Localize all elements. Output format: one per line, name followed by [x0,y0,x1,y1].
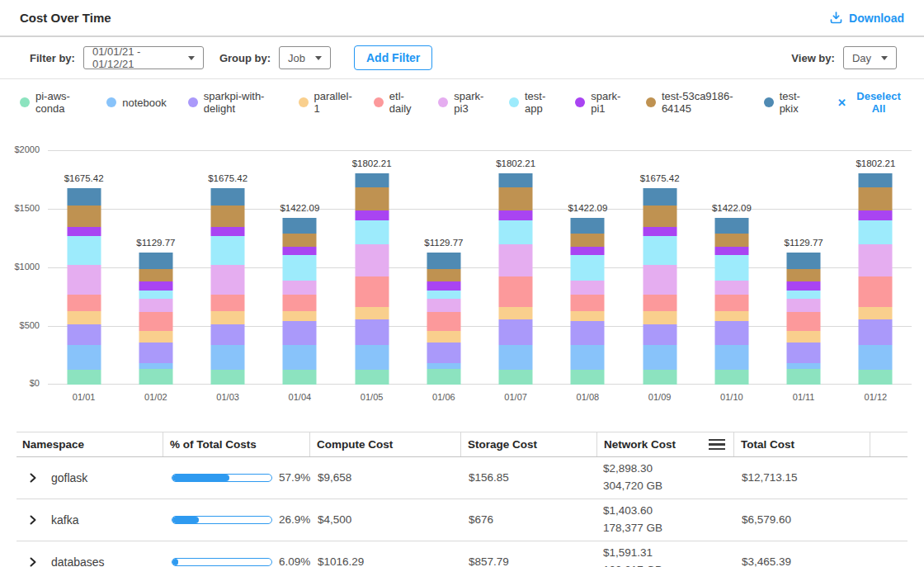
bar-segment-etl-daily[interactable] [283,295,317,310]
bar-segment-notebook[interactable] [283,345,317,370]
bar-segment-spark-pi1[interactable] [714,247,748,256]
bar-segment-spark-pi1[interactable] [499,210,533,220]
bar-segment-test-53ca9186-64145[interactable] [714,234,748,247]
legend-item-spark-pi1[interactable]: spark-pi1 [575,90,625,115]
bar-segment-spark-pi1[interactable] [355,210,389,220]
bar-segment-spark-pi3[interactable] [571,281,605,295]
bar-segment-etl-daily[interactable] [643,295,676,311]
bar-segment-notebook[interactable] [427,363,460,369]
bar-segment-sparkpi-with-delight[interactable] [355,319,389,345]
legend-item-test-53ca9186-64145[interactable]: test-53ca9186-64145 [646,90,742,115]
bar-segment-spark-pi1[interactable] [859,210,893,220]
bar-segment-sparkpi-with-delight[interactable] [67,324,101,345]
bar-segment-etl-daily[interactable] [499,276,533,307]
bar-segment-test-app[interactable] [283,255,317,281]
bar-segment-test-app[interactable] [787,291,821,299]
expand-row-button[interactable] [28,557,38,567]
bar-segment-test-pkix[interactable] [211,188,245,206]
bar-segment-test-app[interactable] [67,236,101,264]
bar-segment-parallel-1[interactable] [571,311,605,322]
bar-segment-spark-pi3[interactable] [283,281,317,295]
bar-segment-spark-pi3[interactable] [355,244,389,276]
bar-segment-spark-pi1[interactable] [283,247,317,256]
bar-01/04[interactable] [283,218,317,385]
bar-01/06[interactable] [427,253,460,385]
bar-segment-pi-aws-conda[interactable] [139,369,172,385]
bar-segment-spark-pi3[interactable] [211,265,245,295]
bar-segment-parallel-1[interactable] [787,331,821,343]
bar-segment-spark-pi3[interactable] [714,281,748,295]
bar-segment-test-pkix[interactable] [714,218,748,234]
bar-01/01[interactable] [67,188,101,385]
bar-segment-pi-aws-conda[interactable] [355,370,389,385]
bar-segment-parallel-1[interactable] [859,307,893,319]
bar-segment-etl-daily[interactable] [139,312,172,331]
bar-segment-test-app[interactable] [571,255,605,281]
expand-row-button[interactable] [28,515,38,525]
bar-segment-notebook[interactable] [571,345,605,370]
legend-item-notebook[interactable]: notebook [106,97,167,109]
bar-segment-notebook[interactable] [211,345,245,370]
bar-segment-test-53ca9186-64145[interactable] [571,234,605,247]
bar-segment-etl-daily[interactable] [787,312,821,331]
bar-segment-test-53ca9186-64145[interactable] [211,206,245,227]
bar-segment-spark-pi1[interactable] [67,227,101,236]
bar-segment-test-pkix[interactable] [67,188,101,206]
bar-segment-test-app[interactable] [139,291,172,299]
bar-segment-pi-aws-conda[interactable] [499,370,533,385]
bar-segment-pi-aws-conda[interactable] [643,370,676,385]
bar-segment-test-pkix[interactable] [355,173,389,187]
bar-segment-sparkpi-with-delight[interactable] [211,324,245,345]
bar-segment-spark-pi1[interactable] [787,281,821,291]
bar-segment-notebook[interactable] [643,345,676,370]
bar-segment-spark-pi3[interactable] [427,299,460,312]
bar-segment-test-app[interactable] [859,220,893,245]
bar-segment-etl-daily[interactable] [714,295,748,310]
bar-segment-spark-pi3[interactable] [859,244,893,276]
bar-segment-test-app[interactable] [427,291,460,299]
bar-segment-sparkpi-with-delight[interactable] [499,319,533,345]
bar-segment-pi-aws-conda[interactable] [67,370,101,385]
bar-01/02[interactable] [139,253,172,385]
bar-segment-spark-pi1[interactable] [139,281,172,291]
bar-segment-test-53ca9186-64145[interactable] [643,206,676,227]
bar-segment-test-53ca9186-64145[interactable] [139,269,172,281]
bar-segment-spark-pi1[interactable] [427,281,460,291]
bar-segment-pi-aws-conda[interactable] [714,370,748,385]
bar-segment-test-pkix[interactable] [139,253,172,270]
bar-segment-test-53ca9186-64145[interactable] [283,234,317,247]
download-button[interactable]: Download [829,11,904,25]
bar-01/03[interactable] [211,188,245,385]
bar-segment-test-53ca9186-64145[interactable] [427,269,460,281]
bar-segment-sparkpi-with-delight[interactable] [139,343,172,363]
bar-segment-spark-pi1[interactable] [643,227,676,236]
legend-item-parallel-1[interactable]: parallel-1 [299,90,352,115]
legend-item-etl-daily[interactable]: etl-daily [374,90,417,115]
date-range-select[interactable]: 01/01/21 - 01/12/21 [83,46,204,69]
legend-item-sparkpi-with-delight[interactable]: sparkpi-with-delight [188,90,277,115]
bar-segment-spark-pi3[interactable] [67,265,101,295]
bar-segment-test-pkix[interactable] [283,218,317,234]
bar-segment-test-app[interactable] [355,220,389,245]
bar-segment-test-pkix[interactable] [643,188,676,206]
bar-segment-etl-daily[interactable] [427,312,460,331]
bar-01/08[interactable] [571,218,605,385]
bar-segment-sparkpi-with-delight[interactable] [427,343,460,363]
column-menu-icon[interactable] [709,437,725,452]
legend-item-test-pkix[interactable]: test-pkix [764,90,809,115]
bar-segment-test-pkix[interactable] [787,253,821,270]
bar-segment-parallel-1[interactable] [427,331,460,343]
bar-segment-parallel-1[interactable] [211,311,245,324]
bar-segment-spark-pi3[interactable] [499,244,533,276]
view-by-select[interactable]: Day [843,46,897,69]
bar-segment-test-pkix[interactable] [571,218,605,234]
bar-segment-etl-daily[interactable] [67,295,101,311]
bar-segment-test-app[interactable] [714,255,748,281]
bar-segment-spark-pi3[interactable] [139,299,172,312]
bar-segment-pi-aws-conda[interactable] [211,370,245,385]
bar-segment-etl-daily[interactable] [355,276,389,307]
bar-segment-sparkpi-with-delight[interactable] [283,321,317,344]
bar-01/12[interactable] [859,173,893,385]
bar-segment-etl-daily[interactable] [859,276,893,307]
bar-segment-sparkpi-with-delight[interactable] [714,321,748,344]
